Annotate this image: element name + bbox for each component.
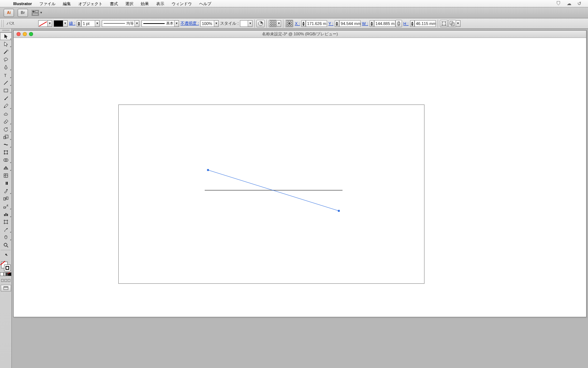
transform-reference-point[interactable] [285,20,293,27]
menu-select[interactable]: 選択 [122,0,137,7]
x-label[interactable]: X : [293,21,301,26]
line-segment-tool[interactable] [0,79,12,86]
width-tool[interactable] [0,141,12,148]
fill-stroke-indicator[interactable] [0,261,12,272]
shape-builder-tool[interactable] [0,156,12,164]
perspective-grid-tool[interactable] [0,164,12,171]
status-cloud-icon[interactable]: ☁ [564,1,574,6]
zoom-tool[interactable] [0,241,12,249]
opacity-panel-link[interactable]: 不透明度 : [179,21,200,26]
w-label[interactable]: W : [361,21,370,26]
pencil-tool[interactable] [0,102,12,110]
document-titlebar[interactable]: 名称未設定-3* @ 100% (RGB/プレビュー) [14,31,586,38]
rectangle-tool[interactable] [0,86,12,94]
canvas[interactable] [14,38,586,317]
scale-tool[interactable] [0,133,12,141]
stroke-weight-field[interactable]: ▴▾ 1 pt ▼ [77,20,100,27]
control-bar-grip[interactable] [1,20,4,27]
blob-brush-tool[interactable] [0,110,12,117]
fill-swatch[interactable]: ▼ [38,20,52,27]
menu-type[interactable]: 書式 [106,0,122,7]
stroke-swatch[interactable]: ▼ [54,20,68,27]
blend-tool[interactable] [0,195,12,202]
hand-tool[interactable] [0,233,12,241]
color-mode-buttons[interactable] [0,272,11,277]
canvas-svg [14,38,443,302]
free-transform-tool[interactable] [0,148,12,156]
x-field[interactable]: ▴▾171.626 m [301,20,327,27]
menu-help[interactable]: ヘルプ [196,0,215,7]
menu-window[interactable]: ウィンドウ [168,0,196,7]
control-bar: パス ▼ ▼ 線 : ▴▾ 1 pt ▼ 均等▼ 基本▼ 不透明度 : 100%… [0,18,588,29]
tools-panel: T ◻◻◻ [0,29,12,368]
y-label[interactable]: Y : [327,21,335,26]
document-title: 名称未設定-3* @ 100% (RGB/プレビュー) [14,31,586,37]
svg-rect-18 [4,151,7,154]
anchor-point-end[interactable] [338,210,340,212]
brush-definition[interactable]: 基本▼ [141,20,179,27]
graphic-style[interactable]: ▼ [240,20,252,27]
column-graph-tool[interactable] [0,210,12,218]
symbol-sprayer-tool[interactable] [0,202,12,210]
arrange-documents-button[interactable]: ▼ [32,10,43,16]
recolor-artwork-button[interactable] [257,20,265,27]
selection-tool[interactable] [0,32,12,40]
menu-file[interactable]: ファイル [36,0,59,7]
menu-object[interactable]: オブジェクト [75,0,106,7]
lasso-tool[interactable] [0,56,12,63]
gradient-tool[interactable] [0,179,12,187]
svg-rect-27 [6,189,8,190]
eraser-tool[interactable] [0,117,12,125]
svg-point-33 [7,206,8,206]
artboard-tool[interactable] [0,218,12,226]
h-field[interactable]: ▴▾46.115 mm [410,20,436,27]
align-to-button[interactable]: ▼ [269,20,281,27]
magic-wand-tool[interactable] [0,48,12,56]
rotate-tool[interactable] [0,125,12,133]
svg-rect-42 [4,287,8,287]
svg-rect-5 [398,23,400,24]
svg-point-32 [7,205,7,206]
svg-rect-36 [6,213,7,216]
anchor-point-start[interactable] [207,169,209,171]
menu-edit[interactable]: 編集 [59,0,75,7]
pen-tool[interactable] [0,63,12,71]
type-tool[interactable]: T [0,71,12,79]
toggle-fill-stroke[interactable] [0,251,12,259]
slice-tool[interactable] [0,226,12,233]
bridge-button[interactable]: Br [18,9,28,17]
illustrator-home-button[interactable]: Ai [4,9,14,17]
stroke-panel-link[interactable]: 線 : [68,21,77,26]
svg-rect-38 [4,220,7,223]
draw-mode-buttons[interactable]: ◻◻◻ [0,277,11,283]
screen-mode-button[interactable] [1,285,11,291]
status-sync-icon[interactable]: ↺ [574,1,584,6]
status-shield-icon[interactable]: ⛉ [553,1,564,6]
w-field[interactable]: ▴▾144.885 m [370,20,395,27]
h-label[interactable]: H : [402,21,410,26]
mesh-tool[interactable] [0,171,12,179]
svg-line-13 [4,81,8,85]
svg-rect-14 [4,89,8,92]
svg-rect-3 [32,13,38,15]
eyedropper-tool[interactable] [0,187,12,195]
menu-view[interactable]: 表示 [153,0,168,7]
svg-line-40 [7,246,8,247]
constrain-proportions-button[interactable] [395,20,402,27]
edit-similar-button[interactable]: ▼ [448,20,460,27]
svg-point-10 [4,58,8,60]
opacity-field[interactable]: 100%▼ [200,20,219,27]
tools-panel-grip[interactable] [0,29,11,32]
direct-selection-tool[interactable] [0,40,12,48]
svg-point-11 [6,68,6,68]
variable-width-profile[interactable]: 均等▼ [102,20,139,27]
y-field[interactable]: ▴▾94.544 mm [335,20,361,27]
svg-point-20 [7,150,8,151]
svg-point-39 [4,243,7,246]
isolate-object-button[interactable] [440,20,448,27]
app-menu[interactable]: Illustrator [10,1,36,6]
style-label: スタイル : [219,21,240,26]
mac-menu-bar: Illustrator ファイル 編集 オブジェクト 書式 選択 効果 表示 ウ… [0,0,588,7]
paintbrush-tool[interactable] [0,94,12,102]
menu-effect[interactable]: 効果 [137,0,153,7]
